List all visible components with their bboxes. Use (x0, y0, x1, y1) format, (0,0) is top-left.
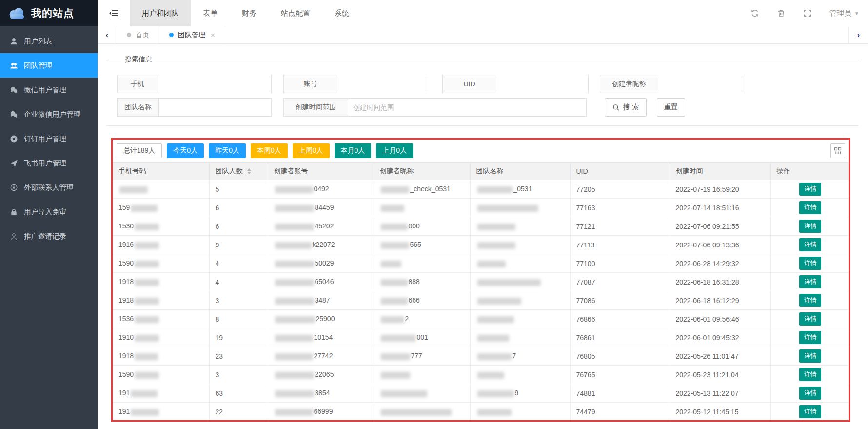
fullscreen-icon[interactable] (803, 9, 812, 18)
sidebar-item[interactable]: 微信用户管理 (0, 78, 98, 102)
reset-button[interactable]: 重置 (657, 98, 685, 117)
detail-button[interactable]: 详情 (799, 312, 821, 326)
sidebar-item-label: 企业微信用户管理 (24, 110, 80, 119)
team-name-label: 团队名称 (117, 98, 158, 117)
creator-nickname-label: 创建者昵称 (600, 75, 658, 93)
table-row: 1916 9 k22072 565 77113 2022-07-06 09:13… (113, 236, 850, 254)
cell-members: 3 (209, 291, 268, 310)
cell-uid: 77113 (570, 236, 670, 254)
creator-nickname-input[interactable] (658, 75, 743, 93)
tabs-scroll-right-icon[interactable]: › (848, 26, 868, 43)
app-window: 我的站点 用户和团队表单财务站点配置系统 管理员 (0, 0, 868, 429)
col-phone: 手机号码 (113, 163, 209, 180)
sidebar-item-label: 外部联系人管理 (24, 183, 74, 192)
nav-tab[interactable]: 用户和团队 (130, 0, 191, 26)
redacted-block (381, 353, 410, 360)
cell-members: 4 (209, 273, 268, 291)
detail-button[interactable]: 详情 (799, 220, 821, 233)
detail-button[interactable]: 详情 (799, 238, 821, 251)
sidebar-item[interactable]: 钉钉用户管理 (0, 126, 98, 151)
nav-tab[interactable]: 表单 (191, 0, 230, 26)
close-icon[interactable]: × (211, 31, 215, 39)
tabs-scroll-left-icon[interactable]: ‹ (98, 26, 117, 43)
phone-input[interactable] (158, 75, 272, 93)
menu-collapse-icon[interactable] (98, 0, 130, 26)
nav-tabs: 用户和团队表单财务站点配置系统 (130, 0, 361, 26)
team-name-input[interactable] (158, 98, 272, 117)
stat-badge: 上月0人 (376, 143, 413, 158)
detail-button[interactable]: 详情 (799, 387, 821, 400)
account-input[interactable] (337, 75, 429, 93)
cell-creator-nickname (374, 403, 470, 421)
detail-button[interactable]: 详情 (799, 368, 821, 381)
col-members[interactable]: 团队人数 (209, 163, 268, 180)
stat-badge: 上周0人 (293, 143, 330, 158)
trash-icon[interactable] (777, 9, 786, 18)
sidebar-item[interactable]: 外部联系人管理 (0, 175, 98, 200)
sidebar-item-label: 推广邀请记录 (24, 232, 66, 241)
tab-home[interactable]: 首页 (117, 26, 159, 43)
cell-action: 详情 (770, 199, 850, 217)
redacted-block (381, 409, 452, 416)
site-logo[interactable]: 我的站点 (0, 0, 98, 26)
search-row-2: 团队名称 创建时间范围 搜 索 重置 (117, 98, 848, 117)
cell-team-name (470, 291, 570, 310)
detail-button[interactable]: 详情 (799, 201, 821, 214)
detail-button[interactable]: 详情 (799, 331, 821, 344)
sidebar-item[interactable]: 飞书用户管理 (0, 151, 98, 175)
redacted-block (381, 186, 409, 193)
cell-created-time: 2022-05-12 11:45:15 (670, 403, 770, 421)
user-menu-label: 管理员 (829, 9, 851, 18)
nav-tab[interactable]: 站点配置 (269, 0, 322, 26)
refresh-icon[interactable] (750, 9, 759, 18)
table-row: 1590 3 22065 76765 2022-05-23 11:21:04 详… (113, 366, 850, 384)
nav-tab[interactable]: 系统 (322, 0, 361, 26)
detail-button[interactable]: 详情 (799, 349, 821, 363)
user-menu[interactable]: 管理员 ▼ (829, 9, 859, 18)
tab-team-management[interactable]: 团队管理 × (159, 26, 225, 43)
sidebar: 用户列表 团队管理 微信用户管理 企业微信用户管理 钉钉用户管理 飞书用户管理 … (0, 26, 98, 429)
cell-team-name (470, 310, 570, 328)
sort-icon[interactable] (247, 168, 251, 174)
grid-columns-icon (834, 147, 842, 155)
cell-members: 6 (209, 199, 268, 217)
sidebar-item[interactable]: 用户列表 (0, 29, 98, 53)
cell-uid: 74479 (570, 403, 670, 421)
cell-creator-account: 66999 (268, 403, 374, 421)
uid-input[interactable] (496, 75, 589, 93)
table-row: 1910 19 10154 001 76861 2022-06-01 09:45… (113, 328, 850, 347)
detail-button[interactable]: 详情 (799, 405, 821, 418)
sidebar-item[interactable]: 团队管理 (0, 53, 98, 78)
create-time-range-input[interactable] (348, 98, 587, 117)
cell-creator-account: 0492 (268, 180, 374, 199)
sidebar-item-label: 钉钉用户管理 (24, 134, 66, 143)
cell-creator-nickname: 000 (374, 217, 470, 236)
nav-tab[interactable]: 财务 (230, 0, 269, 26)
redacted-block (381, 261, 401, 267)
cell-creator-nickname (374, 384, 470, 403)
detail-button[interactable]: 详情 (799, 275, 821, 288)
col-creator-account: 创建者账号 (268, 163, 374, 180)
sidebar-item[interactable]: 推广邀请记录 (0, 224, 98, 248)
cell-team-name (470, 254, 570, 273)
stat-badge: 本周0人 (251, 143, 288, 158)
redacted-block (381, 335, 416, 342)
cell-created-time: 2022-05-13 11:22:07 (670, 384, 770, 403)
creator-nickname-field-group: 创建者昵称 (600, 75, 743, 93)
cell-uid: 77086 (570, 291, 670, 310)
sidebar-item[interactable]: 用户导入免审 (0, 200, 98, 224)
column-toggle-button[interactable] (830, 143, 845, 158)
cell-action: 详情 (770, 347, 850, 366)
sidebar-item[interactable]: 企业微信用户管理 (0, 102, 98, 126)
redacted-block (477, 335, 509, 342)
redacted-block (477, 279, 541, 286)
user-icon (10, 38, 18, 45)
detail-button[interactable]: 详情 (799, 294, 821, 307)
redacted-block (381, 205, 404, 212)
detail-button[interactable]: 详情 (799, 183, 821, 196)
search-panel: 搜索信息 手机 账号 UID 创建者昵称 (106, 55, 859, 126)
detail-button[interactable]: 详情 (799, 257, 821, 270)
cell-action: 详情 (770, 254, 850, 273)
cell-phone: 191 (113, 403, 209, 421)
search-button[interactable]: 搜 索 (605, 98, 647, 117)
